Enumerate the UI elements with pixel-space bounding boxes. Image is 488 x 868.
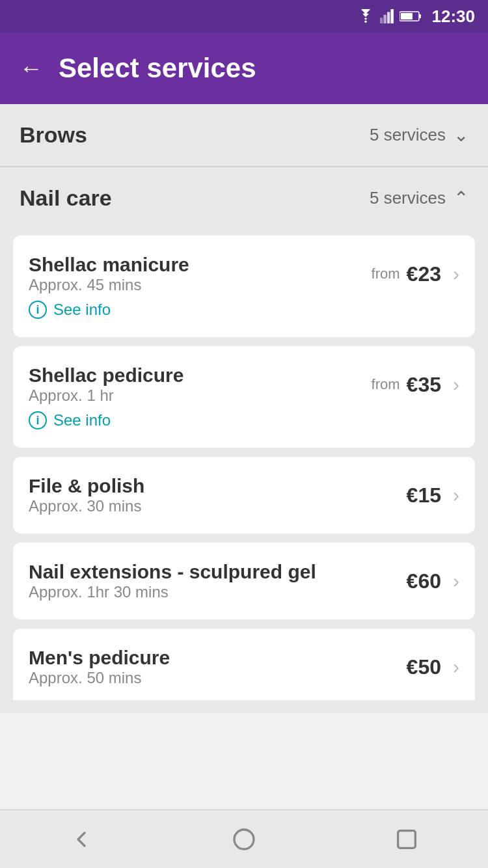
section-nail-care-title: Nail care bbox=[20, 185, 112, 211]
nav-home-button[interactable] bbox=[218, 813, 270, 865]
nail-care-count: 5 services bbox=[370, 188, 446, 208]
services-list: Shellac manicure Approx. 45 mins from €2… bbox=[0, 229, 488, 713]
service-price: from €35 › bbox=[372, 373, 459, 397]
service-price: €50 › bbox=[407, 655, 459, 679]
service-mens-pedicure[interactable]: Men's pedicure Approx. 50 mins €50 › bbox=[13, 629, 475, 700]
service-duration: Approx. 30 mins bbox=[29, 497, 144, 515]
wifi-icon bbox=[357, 9, 375, 23]
chevron-right-icon: › bbox=[453, 263, 459, 285]
brows-chevron: ⌄ bbox=[454, 124, 468, 146]
service-price: €15 › bbox=[407, 483, 459, 508]
page-header: ← Select services bbox=[0, 33, 488, 104]
svg-point-0 bbox=[364, 20, 367, 22]
chevron-right-icon: › bbox=[453, 373, 459, 396]
service-name: Nail extensions - sculpured gel bbox=[29, 561, 316, 583]
svg-rect-7 bbox=[401, 13, 413, 20]
nav-recent-button[interactable] bbox=[381, 813, 433, 865]
svg-rect-1 bbox=[380, 18, 383, 23]
nail-care-chevron: ⌃ bbox=[454, 187, 468, 209]
service-file-polish[interactable]: File & polish Approx. 30 mins €15 › bbox=[13, 457, 475, 534]
service-duration: Approx. 1hr 30 mins bbox=[29, 583, 316, 601]
service-shellac-pedicure[interactable]: Shellac pedicure Approx. 1 hr from €35 ›… bbox=[13, 346, 475, 448]
signal-icon bbox=[380, 9, 394, 23]
status-time: 12:30 bbox=[432, 7, 476, 27]
section-brows[interactable]: Brows 5 services ⌄ bbox=[0, 104, 488, 166]
service-name: Shellac pedicure bbox=[29, 364, 183, 387]
section-brows-title: Brows bbox=[20, 122, 87, 148]
svg-rect-6 bbox=[419, 14, 421, 18]
service-price: €60 › bbox=[407, 569, 459, 593]
battery-icon bbox=[400, 10, 422, 22]
chevron-right-icon: › bbox=[453, 570, 459, 592]
back-button[interactable]: ← bbox=[20, 57, 43, 80]
chevron-right-icon: › bbox=[453, 484, 459, 506]
see-info-shellac-manicure[interactable]: i See info bbox=[29, 301, 459, 319]
brows-count: 5 services bbox=[370, 125, 446, 145]
page-title: Select services bbox=[59, 53, 256, 84]
home-nav-icon bbox=[231, 826, 257, 852]
status-icons bbox=[357, 9, 422, 23]
svg-rect-4 bbox=[390, 9, 393, 23]
service-name: Shellac manicure bbox=[29, 254, 189, 276]
chevron-right-icon: › bbox=[453, 656, 459, 678]
info-icon: i bbox=[29, 301, 47, 319]
back-nav-icon bbox=[68, 826, 94, 852]
service-nail-extensions[interactable]: Nail extensions - sculpured gel Approx. … bbox=[13, 543, 475, 619]
service-shellac-manicure[interactable]: Shellac manicure Approx. 45 mins from €2… bbox=[13, 236, 475, 337]
service-name: File & polish bbox=[29, 475, 144, 497]
status-bar: 12:30 bbox=[0, 0, 488, 33]
svg-rect-3 bbox=[387, 12, 390, 23]
recent-nav-icon bbox=[394, 826, 420, 852]
svg-rect-2 bbox=[383, 15, 386, 23]
section-nail-care-meta: 5 services ⌃ bbox=[370, 187, 468, 209]
service-duration: Approx. 1 hr bbox=[29, 387, 183, 405]
bottom-nav bbox=[0, 809, 488, 868]
service-price: from €23 › bbox=[372, 262, 459, 286]
service-name: Men's pedicure bbox=[29, 647, 170, 669]
svg-point-8 bbox=[234, 830, 254, 849]
service-duration: Approx. 45 mins bbox=[29, 276, 189, 294]
see-info-shellac-pedicure[interactable]: i See info bbox=[29, 411, 459, 429]
info-icon: i bbox=[29, 411, 47, 429]
nav-back-button[interactable] bbox=[55, 813, 107, 865]
service-duration: Approx. 50 mins bbox=[29, 669, 170, 687]
svg-rect-9 bbox=[398, 830, 416, 848]
section-nail-care[interactable]: Nail care 5 services ⌃ bbox=[0, 167, 488, 229]
section-brows-meta: 5 services ⌄ bbox=[370, 124, 468, 146]
